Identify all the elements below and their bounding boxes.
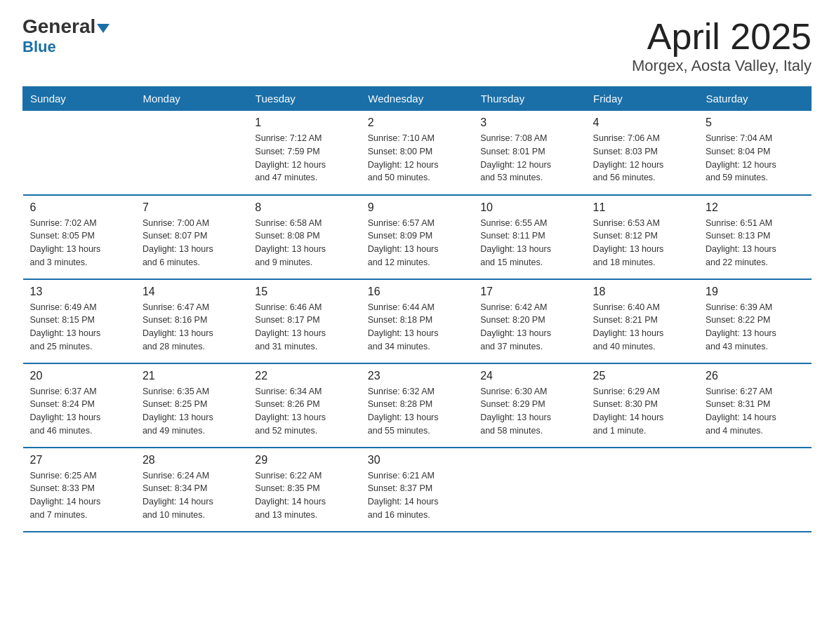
logo-general: General <box>22 17 95 36</box>
calendar-cell: 7Sunrise: 7:00 AM Sunset: 8:07 PM Daylig… <box>135 195 248 279</box>
calendar-cell: 16Sunrise: 6:44 AM Sunset: 8:18 PM Dayli… <box>361 279 473 363</box>
day-info: Sunrise: 6:51 AM Sunset: 8:13 PM Dayligh… <box>706 217 804 269</box>
day-info: Sunrise: 6:21 AM Sunset: 8:37 PM Dayligh… <box>368 469 466 522</box>
calendar-cell: 14Sunrise: 6:47 AM Sunset: 8:16 PM Dayli… <box>135 279 248 363</box>
day-info: Sunrise: 6:32 AM Sunset: 8:28 PM Dayligh… <box>368 385 466 438</box>
day-number: 3 <box>480 116 578 129</box>
calendar-week-row: 13Sunrise: 6:49 AM Sunset: 8:15 PM Dayli… <box>23 279 812 363</box>
calendar-cell: 27Sunrise: 6:25 AM Sunset: 8:33 PM Dayli… <box>23 448 135 532</box>
day-number: 18 <box>593 286 691 298</box>
calendar-header-monday: Monday <box>135 87 248 111</box>
calendar-cell: 11Sunrise: 6:53 AM Sunset: 8:12 PM Dayli… <box>586 195 699 279</box>
day-info: Sunrise: 6:24 AM Sunset: 8:34 PM Dayligh… <box>143 469 241 522</box>
day-info: Sunrise: 6:47 AM Sunset: 8:16 PM Dayligh… <box>143 301 241 354</box>
logo-arrow-icon <box>97 24 110 33</box>
day-number: 13 <box>30 286 128 298</box>
calendar-cell: 6Sunrise: 7:02 AM Sunset: 8:05 PM Daylig… <box>23 195 135 279</box>
day-info: Sunrise: 6:46 AM Sunset: 8:17 PM Dayligh… <box>255 301 353 354</box>
calendar-cell: 22Sunrise: 6:34 AM Sunset: 8:26 PM Dayli… <box>248 363 360 448</box>
day-info: Sunrise: 6:35 AM Sunset: 8:25 PM Dayligh… <box>143 385 241 438</box>
day-info: Sunrise: 6:34 AM Sunset: 8:26 PM Dayligh… <box>255 385 353 438</box>
day-info: Sunrise: 7:10 AM Sunset: 8:00 PM Dayligh… <box>368 132 466 185</box>
calendar-cell: 20Sunrise: 6:37 AM Sunset: 8:24 PM Dayli… <box>23 363 135 448</box>
calendar-header-thursday: Thursday <box>473 87 585 111</box>
day-number: 19 <box>706 286 804 298</box>
calendar-header-saturday: Saturday <box>699 87 811 111</box>
page-title: April 2025 <box>632 17 812 57</box>
day-info: Sunrise: 7:06 AM Sunset: 8:03 PM Dayligh… <box>593 132 691 185</box>
calendar-cell: 10Sunrise: 6:55 AM Sunset: 8:11 PM Dayli… <box>473 195 585 279</box>
calendar-cell: 30Sunrise: 6:21 AM Sunset: 8:37 PM Dayli… <box>361 448 473 532</box>
day-number: 29 <box>255 454 353 467</box>
calendar-cell: 1Sunrise: 7:12 AM Sunset: 7:59 PM Daylig… <box>248 111 360 195</box>
calendar-header-sunday: Sunday <box>23 87 135 111</box>
calendar-cell: 5Sunrise: 7:04 AM Sunset: 8:04 PM Daylig… <box>699 111 811 195</box>
day-info: Sunrise: 7:02 AM Sunset: 8:05 PM Dayligh… <box>30 217 128 269</box>
calendar-week-row: 27Sunrise: 6:25 AM Sunset: 8:33 PM Dayli… <box>23 448 812 532</box>
day-info: Sunrise: 7:12 AM Sunset: 7:59 PM Dayligh… <box>255 132 353 185</box>
day-info: Sunrise: 7:08 AM Sunset: 8:01 PM Dayligh… <box>480 132 578 185</box>
day-number: 1 <box>255 116 353 129</box>
calendar-cell: 17Sunrise: 6:42 AM Sunset: 8:20 PM Dayli… <box>473 279 585 363</box>
calendar-header-row: SundayMondayTuesdayWednesdayThursdayFrid… <box>23 87 812 111</box>
day-number: 28 <box>143 454 241 467</box>
calendar-cell: 12Sunrise: 6:51 AM Sunset: 8:13 PM Dayli… <box>699 195 811 279</box>
calendar-cell: 2Sunrise: 7:10 AM Sunset: 8:00 PM Daylig… <box>361 111 473 195</box>
calendar-cell: 25Sunrise: 6:29 AM Sunset: 8:30 PM Dayli… <box>586 363 699 448</box>
calendar-header-tuesday: Tuesday <box>248 87 360 111</box>
calendar-cell: 21Sunrise: 6:35 AM Sunset: 8:25 PM Dayli… <box>135 363 248 448</box>
calendar-cell: 29Sunrise: 6:22 AM Sunset: 8:35 PM Dayli… <box>248 448 360 532</box>
day-number: 17 <box>480 286 578 298</box>
day-info: Sunrise: 6:29 AM Sunset: 8:30 PM Dayligh… <box>593 385 691 438</box>
title-block: April 2025 Morgex, Aosta Valley, Italy <box>632 17 812 75</box>
day-info: Sunrise: 6:49 AM Sunset: 8:15 PM Dayligh… <box>30 301 128 354</box>
calendar-header-friday: Friday <box>586 87 699 111</box>
day-number: 25 <box>593 370 691 382</box>
day-info: Sunrise: 6:25 AM Sunset: 8:33 PM Dayligh… <box>30 469 128 522</box>
day-number: 6 <box>30 201 128 214</box>
day-number: 7 <box>143 201 241 214</box>
day-number: 16 <box>368 286 466 298</box>
logo-blue: Blue <box>22 38 56 56</box>
day-number: 10 <box>480 201 578 214</box>
calendar-cell: 13Sunrise: 6:49 AM Sunset: 8:15 PM Dayli… <box>23 279 135 363</box>
day-info: Sunrise: 7:04 AM Sunset: 8:04 PM Dayligh… <box>706 132 804 185</box>
day-number: 20 <box>30 370 128 382</box>
calendar-cell: 26Sunrise: 6:27 AM Sunset: 8:31 PM Dayli… <box>699 363 811 448</box>
calendar-table: SundayMondayTuesdayWednesdayThursdayFrid… <box>22 86 812 532</box>
day-number: 4 <box>593 116 691 129</box>
day-number: 5 <box>706 116 804 129</box>
day-number: 2 <box>368 116 466 129</box>
day-number: 30 <box>368 454 466 467</box>
page-header: General Blue April 2025 Morgex, Aosta Va… <box>22 17 812 75</box>
day-number: 22 <box>255 370 353 382</box>
calendar-cell <box>473 448 585 532</box>
day-info: Sunrise: 7:00 AM Sunset: 8:07 PM Dayligh… <box>143 217 241 269</box>
day-info: Sunrise: 6:22 AM Sunset: 8:35 PM Dayligh… <box>255 469 353 522</box>
day-info: Sunrise: 6:37 AM Sunset: 8:24 PM Dayligh… <box>30 385 128 438</box>
calendar-week-row: 6Sunrise: 7:02 AM Sunset: 8:05 PM Daylig… <box>23 195 812 279</box>
day-number: 9 <box>368 201 466 214</box>
day-number: 26 <box>706 370 804 382</box>
calendar-cell: 19Sunrise: 6:39 AM Sunset: 8:22 PM Dayli… <box>699 279 811 363</box>
day-number: 15 <box>255 286 353 298</box>
day-info: Sunrise: 6:44 AM Sunset: 8:18 PM Dayligh… <box>368 301 466 354</box>
day-info: Sunrise: 6:58 AM Sunset: 8:08 PM Dayligh… <box>255 217 353 269</box>
page-subtitle: Morgex, Aosta Valley, Italy <box>632 57 812 75</box>
calendar-cell <box>586 448 699 532</box>
calendar-cell: 24Sunrise: 6:30 AM Sunset: 8:29 PM Dayli… <box>473 363 585 448</box>
day-number: 12 <box>706 201 804 214</box>
calendar-cell: 18Sunrise: 6:40 AM Sunset: 8:21 PM Dayli… <box>586 279 699 363</box>
logo: General Blue <box>22 17 110 56</box>
calendar-cell: 28Sunrise: 6:24 AM Sunset: 8:34 PM Dayli… <box>135 448 248 532</box>
calendar-week-row: 20Sunrise: 6:37 AM Sunset: 8:24 PM Dayli… <box>23 363 812 448</box>
day-number: 21 <box>143 370 241 382</box>
calendar-cell: 3Sunrise: 7:08 AM Sunset: 8:01 PM Daylig… <box>473 111 585 195</box>
calendar-cell: 8Sunrise: 6:58 AM Sunset: 8:08 PM Daylig… <box>248 195 360 279</box>
calendar-cell <box>135 111 248 195</box>
day-info: Sunrise: 6:30 AM Sunset: 8:29 PM Dayligh… <box>480 385 578 438</box>
day-info: Sunrise: 6:27 AM Sunset: 8:31 PM Dayligh… <box>706 385 804 438</box>
calendar-cell: 15Sunrise: 6:46 AM Sunset: 8:17 PM Dayli… <box>248 279 360 363</box>
day-info: Sunrise: 6:57 AM Sunset: 8:09 PM Dayligh… <box>368 217 466 269</box>
day-number: 23 <box>368 370 466 382</box>
